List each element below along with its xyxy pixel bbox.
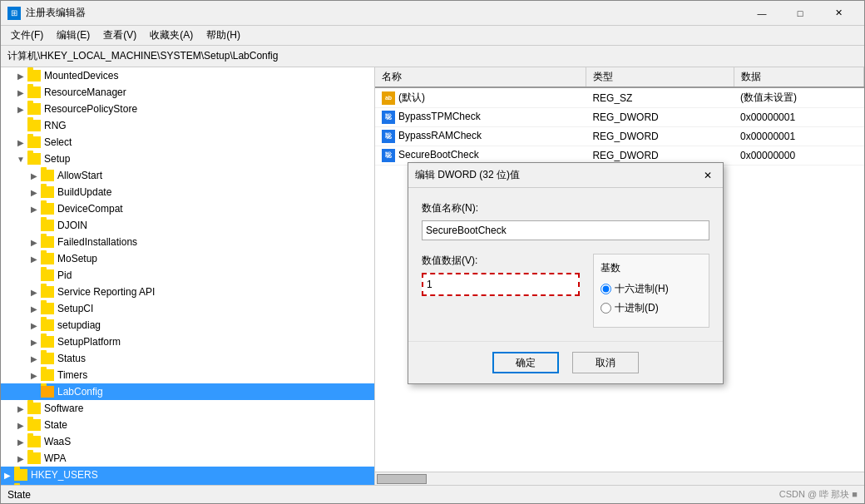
menu-help[interactable]: 帮助(H) <box>200 27 247 44</box>
radio-dec[interactable] <box>601 303 611 314</box>
toggle-setupplatform[interactable]: ▶ <box>27 335 41 348</box>
label-select: Select <box>44 136 72 148</box>
toggle-allowstart[interactable]: ▶ <box>27 169 41 182</box>
toggle-state[interactable]: ▶ <box>14 418 27 432</box>
folder-icon-allowstart <box>41 170 54 181</box>
folder-icon-software <box>27 403 41 414</box>
dialog-name-input[interactable] <box>422 220 709 240</box>
tree-item-djoin[interactable]: DJOIN <box>1 217 374 234</box>
status-state-label: State <box>7 489 31 501</box>
menu-file[interactable]: 文件(F) <box>4 27 50 44</box>
maximize-button[interactable]: □ <box>781 1 819 26</box>
dialog-cancel-button[interactable]: 取消 <box>572 352 639 373</box>
toggle-select[interactable]: ▶ <box>14 136 27 149</box>
tree-item-setupplatform[interactable]: ▶ SetupPlatform <box>1 334 374 350</box>
toggle-setupdiag[interactable]: ▶ <box>27 319 41 332</box>
toggle-resourcepolicystore[interactable]: ▶ <box>14 102 27 116</box>
reg-data-cell: 0x00000001 <box>734 127 863 146</box>
label-failedinstallations: FailedInstallations <box>57 236 137 248</box>
toggle-buildupdate[interactable]: ▶ <box>27 185 41 199</box>
tree-item-timers[interactable]: ▶ Timers <box>1 367 374 383</box>
tree-item-failedinstallations[interactable]: ▶ FailedInstallations <box>1 234 374 250</box>
tree-item-status-node[interactable]: ▶ Status <box>1 350 374 367</box>
minimize-button[interactable]: — <box>743 1 781 26</box>
tree-item-rng[interactable]: RNG <box>1 117 374 134</box>
folder-icon-servicereportingapi <box>41 286 54 298</box>
toggle-devicecompat[interactable]: ▶ <box>27 202 41 215</box>
toggle-status-node[interactable]: ▶ <box>27 352 41 365</box>
toggle-wpa[interactable]: ▶ <box>14 452 27 465</box>
reg-name-cell: 聡BypassTPMCheck <box>375 108 586 127</box>
label-hex: 十六进制(H) <box>615 282 669 296</box>
toggle-setup[interactable]: ▼ <box>14 152 27 166</box>
reg-data-cell: 0x00000001 <box>734 108 863 127</box>
toggle-pid[interactable] <box>27 269 41 282</box>
label-servicereportingapi: Service Reporting API <box>57 286 155 298</box>
toggle-waas[interactable]: ▶ <box>14 435 27 448</box>
tree-item-pid[interactable]: Pid <box>1 267 374 284</box>
tree-item-resourcemanager[interactable]: ▶ ResourceManager <box>1 84 374 101</box>
table-row[interactable]: 聡BypassTPMCheckREG_DWORD0x00000001 <box>375 108 864 127</box>
col-header-data[interactable]: 数据 <box>734 67 863 87</box>
dialog-base-col: 基数 十六进制(H) 十进制(D) <box>593 254 709 328</box>
folder-icon-djoin <box>41 220 54 231</box>
dword-icon: 聡 <box>382 111 395 124</box>
tree-item-buildupdate[interactable]: ▶ BuildUpdate <box>1 184 374 200</box>
label-resourcepolicystore: ResourcePolicyStore <box>44 103 137 115</box>
folder-icon-setup <box>27 153 41 165</box>
label-hkey-users: HKEY_USERS <box>31 469 98 481</box>
tree-item-mounteddevices[interactable]: ▶ MountedDevices <box>1 67 374 84</box>
table-row[interactable]: 聡BypassRAMCheckREG_DWORD0x00000001 <box>375 127 864 146</box>
menu-edit[interactable]: 编辑(E) <box>50 27 96 44</box>
tree-item-servicereportingapi[interactable]: ▶ Service Reporting API <box>1 284 374 300</box>
toggle-rng[interactable] <box>14 119 27 132</box>
toggle-servicereportingapi[interactable]: ▶ <box>27 285 41 299</box>
horizontal-scrollbar[interactable] <box>375 472 864 485</box>
menubar: 文件(F) 编辑(E) 查看(V) 收藏夹(A) 帮助(H) <box>1 26 864 46</box>
dialog-ok-button[interactable]: 确定 <box>492 352 559 373</box>
tree-item-allowstart[interactable]: ▶ AllowStart <box>1 167 374 184</box>
close-button[interactable]: ✕ <box>819 1 858 26</box>
tree-item-setupdiag[interactable]: ▶ setupdiag <box>1 317 374 334</box>
tree-item-software[interactable]: ▶ Software <box>1 400 374 417</box>
tree-item-setupci[interactable]: ▶ SetupCI <box>1 300 374 317</box>
ab-icon: ab <box>382 91 395 105</box>
toggle-software[interactable]: ▶ <box>14 402 27 415</box>
tree-item-waas[interactable]: ▶ WaaS <box>1 433 374 450</box>
tree-item-devicecompat[interactable]: ▶ DeviceCompat <box>1 200 374 217</box>
reg-type-cell: REG_DWORD <box>586 108 734 127</box>
toggle-hkey-users[interactable]: ▶ <box>1 468 14 482</box>
folder-icon-rng <box>27 120 41 131</box>
dialog-data-input[interactable] <box>422 273 580 296</box>
registry-table: 名称 类型 数据 ab(默认)REG_SZ(数值未设置)聡BypassTPMCh… <box>375 67 864 166</box>
tree-item-hkey-users[interactable]: ▶ HKEY_USERS <box>1 467 374 483</box>
toggle-labconfig[interactable] <box>27 385 41 398</box>
menu-view[interactable]: 查看(V) <box>96 27 143 44</box>
radio-hex[interactable] <box>601 284 611 294</box>
tree-item-select[interactable]: ▶ Select <box>1 134 374 151</box>
toggle-setupci[interactable]: ▶ <box>27 302 41 315</box>
col-header-name[interactable]: 名称 <box>375 67 586 87</box>
col-header-type[interactable]: 类型 <box>586 67 734 87</box>
label-buildupdate: BuildUpdate <box>57 186 111 198</box>
label-pid: Pid <box>57 269 72 281</box>
folder-icon-wpa <box>27 452 41 464</box>
toggle-djoin[interactable] <box>27 219 41 232</box>
toggle-failedinstallations[interactable]: ▶ <box>27 235 41 249</box>
toggle-resourcemanager[interactable]: ▶ <box>14 86 27 99</box>
dialog-close-button[interactable]: ✕ <box>699 167 716 184</box>
menu-favorites[interactable]: 收藏夹(A) <box>143 27 200 44</box>
label-mosetup: MoSetup <box>57 253 97 264</box>
toggle-mosetup[interactable]: ▶ <box>27 252 41 265</box>
hscroll-thumb[interactable] <box>377 474 427 484</box>
toggle-timers[interactable]: ▶ <box>27 368 41 382</box>
window-controls: — □ ✕ <box>743 1 858 26</box>
table-row[interactable]: ab(默认)REG_SZ(数值未设置) <box>375 87 864 108</box>
tree-item-state[interactable]: ▶ State <box>1 417 374 433</box>
tree-item-resourcepolicystore[interactable]: ▶ ResourcePolicyStore <box>1 101 374 117</box>
tree-item-labconfig[interactable]: LabConfig <box>1 383 374 400</box>
tree-item-setup[interactable]: ▼ Setup <box>1 151 374 167</box>
tree-item-wpa[interactable]: ▶ WPA <box>1 450 374 467</box>
tree-item-mosetup[interactable]: ▶ MoSetup <box>1 250 374 267</box>
toggle-mounteddevices[interactable]: ▶ <box>14 69 27 82</box>
